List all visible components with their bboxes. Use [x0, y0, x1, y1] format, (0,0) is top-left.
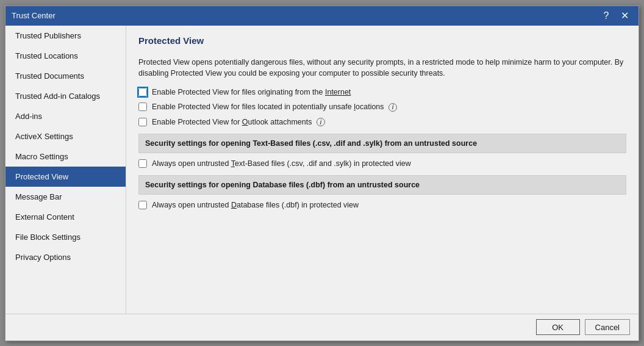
sidebar-item-protected-view[interactable]: Protected View [5, 167, 126, 187]
title-controls: ? ✕ [598, 9, 632, 23]
sidebar-item-external-content[interactable]: External Content [5, 207, 126, 227]
checkbox-unsafe[interactable] [138, 103, 147, 111]
help-button[interactable]: ? [598, 9, 614, 23]
close-button[interactable]: ✕ [617, 9, 632, 23]
checkbox-outlook[interactable] [138, 118, 147, 126]
sidebar-item-trusted-documents[interactable]: Trusted Documents [5, 66, 126, 86]
checkbox-outlook-label: Enable Protected View for Outlook attach… [152, 118, 325, 127]
checkbox-internet[interactable] [138, 88, 147, 96]
trust-center-dialog: Trust Center ? ✕ Trusted PublishersTrust… [5, 5, 639, 341]
checkbox-unsafe-row: Enable Protected View for files located … [138, 103, 626, 112]
checkbox-internet-row: Enable Protected View for files originat… [138, 88, 626, 96]
sidebar-item-message-bar[interactable]: Message Bar [5, 187, 126, 207]
textbased-underline: T [231, 159, 235, 168]
description-text: Protected View opens potentially dangero… [138, 57, 626, 80]
info-icon-unsafe[interactable]: i [388, 103, 397, 112]
title-bar: Trust Center ? ✕ [5, 6, 639, 26]
text-section-header: Security settings for opening Text-Based… [138, 134, 626, 153]
checkbox-text-row: Always open untrusted Text-Based files (… [138, 159, 626, 168]
sidebar: Trusted PublishersTrusted LocationsTrust… [5, 26, 126, 314]
sidebar-item-trusted-publishers[interactable]: Trusted Publishers [5, 26, 126, 46]
sidebar-item-privacy-options[interactable]: Privacy Options [5, 247, 126, 267]
checkbox-database-label: Always open untrusted Database files (.d… [152, 201, 359, 209]
sidebar-item-trusted-addin-catalogs[interactable]: Trusted Add-in Catalogs [5, 86, 126, 106]
sidebar-item-activex-settings[interactable]: ActiveX Settings [5, 126, 126, 146]
checkbox-unsafe-label: Enable Protected View for files located … [152, 103, 397, 112]
locations-underline: l [354, 103, 356, 111]
sidebar-item-file-block-settings[interactable]: File Block Settings [5, 227, 126, 247]
section-title: Protected View [138, 35, 626, 48]
dialog-body: Trusted PublishersTrusted LocationsTrust… [5, 26, 639, 314]
sidebar-item-macro-settings[interactable]: Macro Settings [5, 146, 126, 167]
checkbox-outlook-row: Enable Protected View for Outlook attach… [138, 118, 626, 127]
dialog-title: Trust Center [12, 11, 55, 20]
main-content: Protected View Protected View opens pote… [126, 26, 639, 314]
checkbox-internet-label: Enable Protected View for files originat… [152, 88, 351, 96]
dialog-footer: OK Cancel [5, 314, 639, 341]
sidebar-item-trusted-locations[interactable]: Trusted Locations [5, 46, 126, 66]
outlook-underline: O [242, 118, 248, 126]
db-section-header: Security settings for opening Database f… [138, 175, 626, 195]
info-icon-outlook[interactable]: i [317, 118, 325, 126]
internet-underline: Internet [325, 88, 351, 96]
cancel-button[interactable]: Cancel [585, 319, 630, 335]
checkbox-textbased[interactable] [138, 159, 147, 168]
checkbox-textbased-label: Always open untrusted Text-Based files (… [152, 159, 411, 168]
checkbox-database[interactable] [138, 201, 147, 209]
ok-button[interactable]: OK [536, 319, 580, 335]
database-underline: D [231, 201, 237, 209]
checkbox-db-row: Always open untrusted Database files (.d… [138, 201, 626, 209]
sidebar-item-add-ins[interactable]: Add-ins [5, 106, 126, 126]
